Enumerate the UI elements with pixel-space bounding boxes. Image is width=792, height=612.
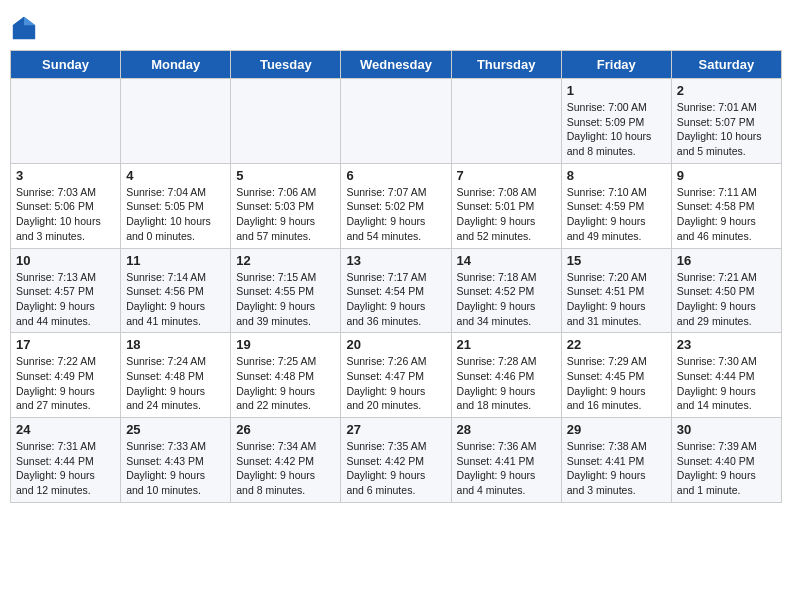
day-info: Sunrise: 7:04 AM Sunset: 5:05 PM Dayligh… — [126, 185, 225, 244]
day-number: 22 — [567, 337, 666, 352]
calendar-cell: 12Sunrise: 7:15 AM Sunset: 4:55 PM Dayli… — [231, 248, 341, 333]
day-info: Sunrise: 7:06 AM Sunset: 5:03 PM Dayligh… — [236, 185, 335, 244]
day-number: 5 — [236, 168, 335, 183]
day-info: Sunrise: 7:31 AM Sunset: 4:44 PM Dayligh… — [16, 439, 115, 498]
calendar-cell: 25Sunrise: 7:33 AM Sunset: 4:43 PM Dayli… — [121, 418, 231, 503]
day-number: 29 — [567, 422, 666, 437]
calendar-cell: 16Sunrise: 7:21 AM Sunset: 4:50 PM Dayli… — [671, 248, 781, 333]
day-number: 18 — [126, 337, 225, 352]
calendar-week-row: 17Sunrise: 7:22 AM Sunset: 4:49 PM Dayli… — [11, 333, 782, 418]
day-info: Sunrise: 7:30 AM Sunset: 4:44 PM Dayligh… — [677, 354, 776, 413]
calendar-cell: 2Sunrise: 7:01 AM Sunset: 5:07 PM Daylig… — [671, 79, 781, 164]
day-info: Sunrise: 7:18 AM Sunset: 4:52 PM Dayligh… — [457, 270, 556, 329]
day-info: Sunrise: 7:21 AM Sunset: 4:50 PM Dayligh… — [677, 270, 776, 329]
calendar-cell: 23Sunrise: 7:30 AM Sunset: 4:44 PM Dayli… — [671, 333, 781, 418]
day-number: 16 — [677, 253, 776, 268]
day-header: Saturday — [671, 51, 781, 79]
day-number: 24 — [16, 422, 115, 437]
day-info: Sunrise: 7:13 AM Sunset: 4:57 PM Dayligh… — [16, 270, 115, 329]
day-number: 28 — [457, 422, 556, 437]
day-number: 8 — [567, 168, 666, 183]
day-info: Sunrise: 7:17 AM Sunset: 4:54 PM Dayligh… — [346, 270, 445, 329]
day-number: 7 — [457, 168, 556, 183]
calendar-cell: 17Sunrise: 7:22 AM Sunset: 4:49 PM Dayli… — [11, 333, 121, 418]
calendar-week-row: 3Sunrise: 7:03 AM Sunset: 5:06 PM Daylig… — [11, 163, 782, 248]
day-info: Sunrise: 7:38 AM Sunset: 4:41 PM Dayligh… — [567, 439, 666, 498]
day-number: 9 — [677, 168, 776, 183]
calendar-week-row: 24Sunrise: 7:31 AM Sunset: 4:44 PM Dayli… — [11, 418, 782, 503]
day-info: Sunrise: 7:20 AM Sunset: 4:51 PM Dayligh… — [567, 270, 666, 329]
day-info: Sunrise: 7:11 AM Sunset: 4:58 PM Dayligh… — [677, 185, 776, 244]
day-number: 12 — [236, 253, 335, 268]
calendar-cell: 28Sunrise: 7:36 AM Sunset: 4:41 PM Dayli… — [451, 418, 561, 503]
svg-marker-1 — [24, 17, 35, 25]
day-number: 30 — [677, 422, 776, 437]
day-info: Sunrise: 7:01 AM Sunset: 5:07 PM Dayligh… — [677, 100, 776, 159]
day-header: Thursday — [451, 51, 561, 79]
day-info: Sunrise: 7:33 AM Sunset: 4:43 PM Dayligh… — [126, 439, 225, 498]
calendar-cell: 3Sunrise: 7:03 AM Sunset: 5:06 PM Daylig… — [11, 163, 121, 248]
logo — [10, 14, 40, 42]
logo-icon — [10, 14, 38, 42]
day-number: 6 — [346, 168, 445, 183]
calendar-week-row: 10Sunrise: 7:13 AM Sunset: 4:57 PM Dayli… — [11, 248, 782, 333]
day-number: 13 — [346, 253, 445, 268]
day-info: Sunrise: 7:35 AM Sunset: 4:42 PM Dayligh… — [346, 439, 445, 498]
day-number: 25 — [126, 422, 225, 437]
day-number: 19 — [236, 337, 335, 352]
calendar-cell: 15Sunrise: 7:20 AM Sunset: 4:51 PM Dayli… — [561, 248, 671, 333]
day-header: Tuesday — [231, 51, 341, 79]
page-header — [10, 10, 782, 42]
day-header: Sunday — [11, 51, 121, 79]
calendar-cell: 4Sunrise: 7:04 AM Sunset: 5:05 PM Daylig… — [121, 163, 231, 248]
day-number: 15 — [567, 253, 666, 268]
calendar-cell: 7Sunrise: 7:08 AM Sunset: 5:01 PM Daylig… — [451, 163, 561, 248]
calendar-cell: 21Sunrise: 7:28 AM Sunset: 4:46 PM Dayli… — [451, 333, 561, 418]
day-number: 26 — [236, 422, 335, 437]
calendar-cell: 20Sunrise: 7:26 AM Sunset: 4:47 PM Dayli… — [341, 333, 451, 418]
day-info: Sunrise: 7:22 AM Sunset: 4:49 PM Dayligh… — [16, 354, 115, 413]
day-info: Sunrise: 7:24 AM Sunset: 4:48 PM Dayligh… — [126, 354, 225, 413]
calendar-cell: 14Sunrise: 7:18 AM Sunset: 4:52 PM Dayli… — [451, 248, 561, 333]
calendar-week-row: 1Sunrise: 7:00 AM Sunset: 5:09 PM Daylig… — [11, 79, 782, 164]
calendar-header-row: SundayMondayTuesdayWednesdayThursdayFrid… — [11, 51, 782, 79]
day-number: 20 — [346, 337, 445, 352]
calendar-cell: 26Sunrise: 7:34 AM Sunset: 4:42 PM Dayli… — [231, 418, 341, 503]
day-header: Monday — [121, 51, 231, 79]
day-info: Sunrise: 7:15 AM Sunset: 4:55 PM Dayligh… — [236, 270, 335, 329]
calendar-cell: 1Sunrise: 7:00 AM Sunset: 5:09 PM Daylig… — [561, 79, 671, 164]
calendar-cell — [121, 79, 231, 164]
calendar-table: SundayMondayTuesdayWednesdayThursdayFrid… — [10, 50, 782, 503]
calendar-cell: 24Sunrise: 7:31 AM Sunset: 4:44 PM Dayli… — [11, 418, 121, 503]
day-info: Sunrise: 7:10 AM Sunset: 4:59 PM Dayligh… — [567, 185, 666, 244]
day-info: Sunrise: 7:14 AM Sunset: 4:56 PM Dayligh… — [126, 270, 225, 329]
day-info: Sunrise: 7:03 AM Sunset: 5:06 PM Dayligh… — [16, 185, 115, 244]
calendar-cell: 9Sunrise: 7:11 AM Sunset: 4:58 PM Daylig… — [671, 163, 781, 248]
day-number: 10 — [16, 253, 115, 268]
calendar-cell: 6Sunrise: 7:07 AM Sunset: 5:02 PM Daylig… — [341, 163, 451, 248]
day-info: Sunrise: 7:07 AM Sunset: 5:02 PM Dayligh… — [346, 185, 445, 244]
day-header: Friday — [561, 51, 671, 79]
calendar-cell: 11Sunrise: 7:14 AM Sunset: 4:56 PM Dayli… — [121, 248, 231, 333]
day-info: Sunrise: 7:36 AM Sunset: 4:41 PM Dayligh… — [457, 439, 556, 498]
day-info: Sunrise: 7:08 AM Sunset: 5:01 PM Dayligh… — [457, 185, 556, 244]
day-info: Sunrise: 7:00 AM Sunset: 5:09 PM Dayligh… — [567, 100, 666, 159]
calendar-cell: 13Sunrise: 7:17 AM Sunset: 4:54 PM Dayli… — [341, 248, 451, 333]
day-number: 21 — [457, 337, 556, 352]
day-info: Sunrise: 7:25 AM Sunset: 4:48 PM Dayligh… — [236, 354, 335, 413]
day-number: 1 — [567, 83, 666, 98]
day-number: 3 — [16, 168, 115, 183]
day-header: Wednesday — [341, 51, 451, 79]
day-info: Sunrise: 7:29 AM Sunset: 4:45 PM Dayligh… — [567, 354, 666, 413]
day-number: 14 — [457, 253, 556, 268]
calendar-cell: 30Sunrise: 7:39 AM Sunset: 4:40 PM Dayli… — [671, 418, 781, 503]
day-info: Sunrise: 7:34 AM Sunset: 4:42 PM Dayligh… — [236, 439, 335, 498]
day-number: 11 — [126, 253, 225, 268]
calendar-cell: 27Sunrise: 7:35 AM Sunset: 4:42 PM Dayli… — [341, 418, 451, 503]
calendar-cell — [451, 79, 561, 164]
day-number: 23 — [677, 337, 776, 352]
calendar-cell: 8Sunrise: 7:10 AM Sunset: 4:59 PM Daylig… — [561, 163, 671, 248]
calendar-cell: 19Sunrise: 7:25 AM Sunset: 4:48 PM Dayli… — [231, 333, 341, 418]
calendar-cell: 29Sunrise: 7:38 AM Sunset: 4:41 PM Dayli… — [561, 418, 671, 503]
day-number: 17 — [16, 337, 115, 352]
